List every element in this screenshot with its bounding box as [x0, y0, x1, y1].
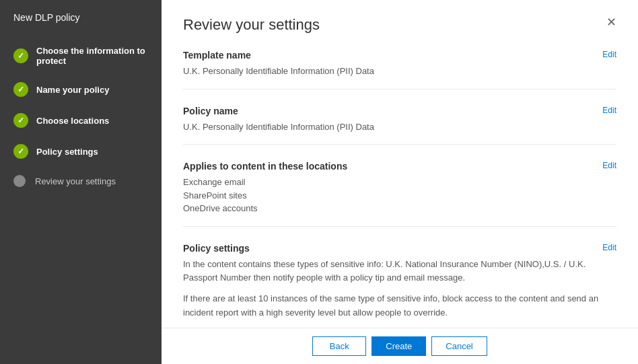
section-applies-to: Applies to content in these locations Ed… [183, 161, 616, 227]
sidebar-item-label-name-policy: Name your policy [36, 85, 109, 95]
applies-to-locations: Exchange email SharePoint sites OneDrive… [183, 176, 616, 215]
section-title-template-name: Template name [183, 50, 251, 61]
sidebar-item-label-choose-locations: Choose locations [36, 116, 109, 126]
section-header-policy-name: Policy name Edit [183, 106, 616, 116]
sidebar-item-label-policy-settings: Policy settings [36, 147, 98, 157]
main-header: Review your settings ✕ [162, 0, 638, 44]
policy-settings-text1: In the content contains these types of s… [183, 258, 616, 286]
template-name-value: U.K. Personally Identifiable Information… [183, 65, 616, 78]
sidebar-item-label-choose-info: Choose the information to protect [36, 46, 148, 66]
page-title: Review your settings [183, 16, 320, 34]
create-button[interactable]: Create [371, 336, 426, 356]
location-exchange: Exchange email [183, 176, 616, 189]
policy-settings-text2: If there are at least 10 instances of th… [183, 292, 616, 320]
cancel-button[interactable]: Cancel [431, 336, 487, 356]
policy-name-value: U.K. Personally Identifiable Information… [183, 120, 616, 134]
section-header-policy-settings: Policy settings Edit [183, 243, 616, 254]
section-title-applies-to: Applies to content in these locations [183, 161, 347, 172]
main-body: Template name Edit U.K. Personally Ident… [162, 44, 638, 328]
section-title-policy-settings: Policy settings [183, 243, 250, 254]
edit-policy-settings-button[interactable]: Edit [602, 243, 616, 252]
step-icon-name-policy [13, 82, 28, 97]
edit-template-name-button[interactable]: Edit [602, 50, 616, 59]
close-button[interactable]: ✕ [606, 16, 616, 28]
step-icon-policy-settings [13, 144, 28, 159]
sidebar-title: New DLP policy [0, 0, 162, 38]
section-policy-settings: Policy settings Edit In the content cont… [183, 243, 616, 328]
section-header-template-name: Template name Edit [183, 50, 616, 61]
location-sharepoint: SharePoint sites [183, 189, 616, 203]
sidebar: New DLP policy Choose the information to… [0, 0, 162, 364]
sidebar-item-policy-settings[interactable]: Policy settings [0, 136, 162, 167]
section-title-policy-name: Policy name [183, 106, 238, 116]
sidebar-item-choose-locations[interactable]: Choose locations [0, 105, 162, 136]
sidebar-item-label-review-settings: Review your settings [35, 176, 116, 186]
sidebar-item-name-policy[interactable]: Name your policy [0, 74, 162, 105]
section-header-applies-to: Applies to content in these locations Ed… [183, 161, 616, 172]
step-icon-choose-locations [13, 113, 28, 128]
back-button[interactable]: Back [312, 336, 366, 356]
step-icon-review [13, 175, 26, 187]
sidebar-item-review-settings[interactable]: Review your settings [0, 167, 162, 195]
section-template-name: Template name Edit U.K. Personally Ident… [183, 50, 616, 89]
main-panel: Review your settings ✕ Template name Edi… [162, 0, 638, 364]
edit-policy-name-button[interactable]: Edit [602, 106, 616, 115]
step-icon-choose-info [13, 48, 28, 63]
footer: Back Create Cancel [162, 328, 638, 364]
sidebar-item-choose-info[interactable]: Choose the information to protect [0, 38, 162, 74]
location-onedrive: OneDrive accounts [183, 202, 616, 215]
section-policy-name: Policy name Edit U.K. Personally Identif… [183, 106, 616, 145]
edit-applies-to-button[interactable]: Edit [602, 161, 616, 170]
